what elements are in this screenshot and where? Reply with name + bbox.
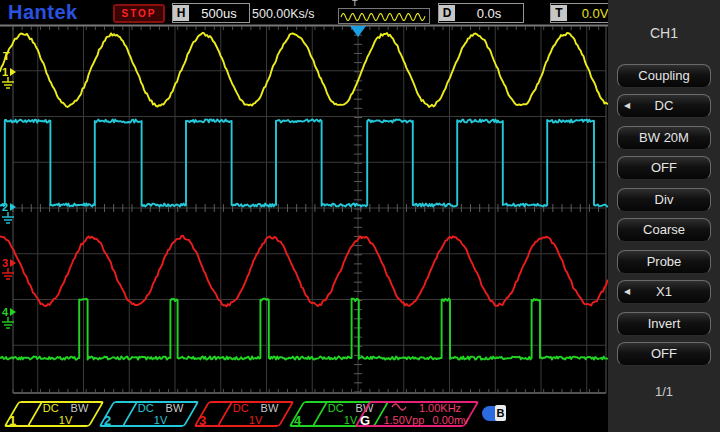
menu-sidebar: CH1 CouplingDC◀BW 20MOFFDivCoarseProbeX1… — [608, 0, 720, 432]
channel-coupling: DC — [43, 402, 59, 414]
menu-button-off-9[interactable]: OFF — [617, 342, 711, 366]
horizontal-icon: H — [173, 5, 189, 21]
channel-bandwidth: BW — [71, 402, 89, 414]
generator-frequency: 1.00KHz — [419, 402, 461, 414]
top-bar: Hantek STOP H 500us 500.00Ks/s T D 0.0s … — [0, 0, 608, 24]
menu-button-coarse-5[interactable]: Coarse — [617, 218, 711, 242]
left-arrow-icon: ◀ — [624, 95, 630, 117]
menu-button-label: OFF — [651, 346, 677, 361]
menu-page-indicator: 1/1 — [608, 384, 720, 399]
menu-button-invert-8[interactable]: Invert — [617, 312, 711, 336]
ground-icon — [2, 317, 14, 328]
menu-button-label: X1 — [656, 284, 672, 299]
channel-bandwidth: BW — [166, 402, 184, 414]
generator-amplitude: 1.50Vpp — [383, 414, 424, 426]
channel-marker-2[interactable]: 2 — [2, 201, 16, 223]
waveform-ch4 — [0, 299, 607, 360]
delay-box[interactable]: D 0.0s — [438, 3, 524, 23]
left-arrow-icon: ◀ — [624, 281, 630, 303]
menu-title: CH1 — [608, 25, 720, 41]
channel-scale: 1V — [226, 414, 285, 426]
menu-button-label: Coupling — [638, 68, 689, 83]
waveform-display[interactable]: T1234 — [0, 24, 608, 396]
generator-offset: 0.00mv — [432, 414, 468, 426]
channel-marker-number: 4 — [2, 306, 9, 318]
trigger-position-indicator[interactable]: T — [338, 0, 430, 24]
menu-button-label: Probe — [647, 254, 682, 269]
generator-badge[interactable]: G 1.00KHz 1.50Vpp 0.00mv — [356, 401, 472, 427]
run-state-badge[interactable]: STOP — [113, 4, 165, 23]
ground-icon — [2, 212, 14, 223]
menu-button-coupling-0[interactable]: Coupling — [617, 64, 711, 88]
status-bar: 1DCBW1V2DCBW1V3DCBW1V4DCBW1V G 1.00KHz 1… — [0, 396, 608, 432]
channel-scale: 1V — [131, 414, 190, 426]
menu-button-dc-1[interactable]: DC◀ — [617, 94, 711, 118]
trigger-position-wave-icon — [338, 8, 430, 24]
channel-marker-number: 1 — [2, 66, 8, 78]
ground-icon — [2, 77, 14, 88]
ground-icon — [2, 268, 14, 279]
menu-button-x1-7[interactable]: X1◀ — [617, 280, 711, 304]
channel-bandwidth: BW — [261, 402, 279, 414]
channel-marker-number: 2 — [2, 201, 8, 213]
channel-marker-4[interactable]: 4 — [2, 306, 16, 328]
menu-button-label: Invert — [648, 316, 681, 331]
waveform-canvas: T1234 — [0, 24, 608, 396]
usb-drive-letter: B — [495, 405, 506, 421]
waveform-ch3 — [0, 236, 608, 307]
usb-device-icon: B — [482, 405, 510, 422]
menu-button-off-3[interactable]: OFF — [617, 156, 711, 180]
sine-icon — [391, 402, 407, 412]
delay-value: 0.0s — [455, 6, 523, 21]
oscilloscope-screen: Hantek STOP H 500us 500.00Ks/s T D 0.0s … — [0, 0, 720, 432]
channel-coupling: DC — [328, 402, 344, 414]
trigger-position-label: T — [352, 0, 358, 8]
channel-number: 3 — [199, 414, 206, 428]
trigger-icon: T — [551, 5, 567, 21]
generator-label: G — [360, 414, 370, 428]
trigger-level-box[interactable]: T 0.0V — [550, 3, 608, 23]
channel-number: 4 — [294, 414, 301, 428]
channel-badge-3[interactable]: 3DCBW1V — [195, 401, 287, 427]
channel-scale: 1V — [36, 414, 95, 426]
trigger-level-value: 0.0V — [567, 6, 608, 21]
menu-button-div-4[interactable]: Div — [617, 188, 711, 212]
waveform-ch1 — [0, 33, 608, 107]
brand-logo: Hantek — [8, 1, 78, 24]
trigger-level-marker[interactable]: T — [3, 50, 10, 62]
sample-rate-value: 500.00Ks/s — [252, 7, 315, 21]
trigger-position-marker[interactable] — [350, 26, 366, 37]
channel-badge-1[interactable]: 1DCBW1V — [5, 401, 97, 427]
channel-number: 1 — [9, 414, 16, 428]
menu-button-label: BW 20M — [639, 130, 689, 145]
channel-number: 2 — [104, 414, 111, 428]
menu-button-label: Div — [655, 192, 674, 207]
channel-coupling: DC — [233, 402, 249, 414]
channel-badge-2[interactable]: 2DCBW1V — [100, 401, 192, 427]
menu-button-bw-20m-2[interactable]: BW 20M — [617, 126, 711, 150]
menu-button-label: OFF — [651, 160, 677, 175]
menu-button-label: Coarse — [643, 222, 685, 237]
channel-marker-3[interactable]: 3 — [2, 257, 16, 279]
waveform-ch2 — [0, 119, 607, 206]
menu-button-probe-6[interactable]: Probe — [617, 250, 711, 274]
menu-button-label: DC — [655, 98, 674, 113]
graticule — [0, 26, 608, 394]
timebase-value: 500us — [189, 6, 249, 21]
channel-marker-number: 3 — [2, 257, 8, 269]
timebase-box[interactable]: H 500us — [172, 3, 250, 23]
delay-icon: D — [439, 5, 455, 21]
channel-coupling: DC — [138, 402, 154, 414]
channel-marker-1[interactable]: T1 — [2, 50, 16, 88]
